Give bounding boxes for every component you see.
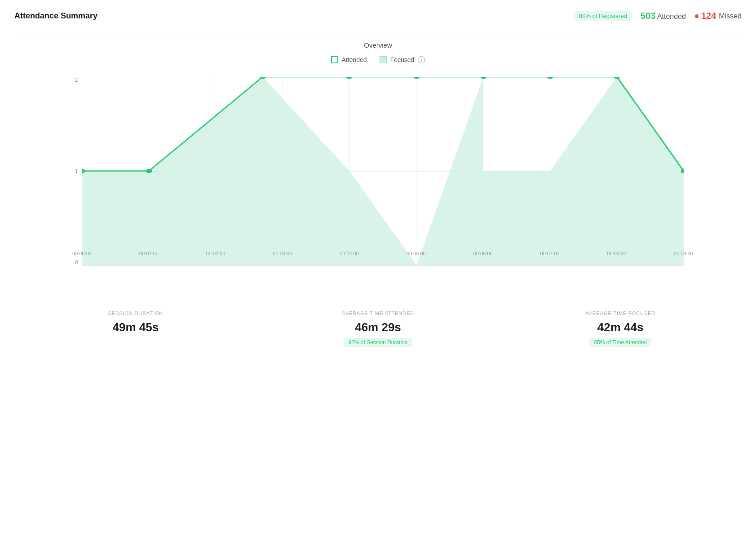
attended-count: 503 [641, 11, 655, 21]
stat-session-value: 49m 45s [14, 320, 257, 334]
y-label-0: 0 [75, 259, 78, 266]
x-axis: 00:00:00 00:01:00 00:02:00 00:03:00 00:0… [82, 247, 684, 265]
x-label-3: 00:03:00 [273, 251, 292, 256]
y-label-2: 2 [75, 77, 78, 83]
x-label-9: 00:09:00 [674, 251, 693, 256]
legend-attended-label: Attended [342, 56, 367, 63]
x-label-1: 00:01:00 [139, 251, 159, 256]
stat-avg-attended-label: AVERAGE TIME ATTENDED [257, 311, 500, 316]
x-label-5: 00:05:00 [407, 251, 426, 256]
x-label-2: 00:02:00 [206, 251, 225, 256]
dot-5 [480, 77, 486, 79]
attendance-header: Attendance Summary 80% of Registered 503… [14, 11, 742, 21]
chart-plot: 00:00:00 00:01:00 00:02:00 00:03:00 00:0… [82, 77, 684, 266]
stat-session-label: SESSION DURATION [14, 311, 257, 316]
y-label-1: 1 [75, 168, 78, 174]
x-label-4: 00:04:00 [340, 251, 359, 256]
info-icon[interactable]: i [418, 56, 425, 63]
legend-attended-icon [331, 56, 338, 63]
y-axis: 2 1 0 [64, 77, 82, 266]
missed-dot [695, 14, 699, 18]
stat-avg-attended: AVERAGE TIME ATTENDED 46m 29s 92% of Ses… [257, 311, 500, 347]
stat-avg-attended-badge: 92% of Session Duration [344, 338, 412, 347]
stats-row: SESSION DURATION 49m 45s AVERAGE TIME AT… [14, 302, 742, 347]
stat-avg-focused: AVERAGE TIME FOCUSED 42m 44s 85% of Time… [499, 311, 742, 347]
chart-legend: Attended Focused i [14, 56, 742, 63]
missed-count: 124 [701, 11, 716, 21]
chart-container: 2 1 0 [64, 77, 693, 284]
stat-avg-focused-label: AVERAGE TIME FOCUSED [499, 311, 742, 316]
attended-label: Attended [657, 13, 686, 20]
x-label-6: 00:06:00 [473, 251, 493, 256]
missed-label: Missed [719, 12, 742, 20]
dot-6 [547, 77, 553, 79]
grid-v-9 [684, 77, 684, 265]
x-label-0: 00:00:00 [72, 251, 92, 256]
chart-section-title: Overview [14, 41, 742, 49]
legend-focused-label: Focused [390, 56, 415, 63]
chart-area: 2 1 0 [82, 77, 684, 284]
stat-avg-focused-badge: 85% of Time Attended [589, 338, 651, 347]
legend-focused-icon [380, 56, 387, 63]
page-title: Attendance Summary [14, 11, 97, 21]
x-label-8: 00:08:00 [607, 251, 626, 256]
stat-avg-focused-value: 42m 44s [499, 320, 742, 334]
chart-svg [82, 77, 684, 265]
header-stats: 80% of Registered 503 Attended 124 Misse… [575, 11, 742, 21]
registered-badge: 80% of Registered [575, 11, 632, 21]
stat-avg-attended-value: 46m 29s [257, 320, 500, 334]
missed-stat: 124 Missed [695, 11, 742, 21]
chart-section: Overview Attended Focused i 2 1 0 [14, 32, 742, 347]
dot-4 [413, 77, 419, 79]
x-label-7: 00:07:00 [540, 251, 560, 256]
attended-stat: 503 Attended [641, 11, 686, 21]
dot-3 [346, 77, 352, 79]
legend-focused: Focused i [380, 56, 425, 63]
legend-attended: Attended [331, 56, 367, 63]
dot-1 [146, 169, 151, 173]
focused-area [82, 77, 684, 265]
stat-session-duration: SESSION DURATION 49m 45s [14, 311, 257, 347]
